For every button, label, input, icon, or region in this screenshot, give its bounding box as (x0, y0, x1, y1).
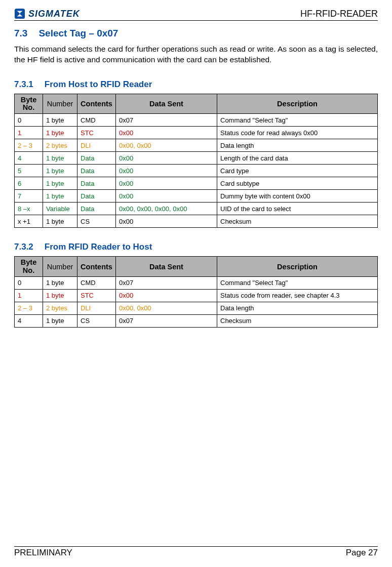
cell-description: UID of the card to select (217, 202, 378, 215)
cell-datasent: 0x00 (116, 165, 217, 177)
cell-datasent: 0x07 (116, 276, 217, 289)
cell-number: 1 byte (43, 114, 77, 127)
subsection-1-title: From Host to RFID Reader (45, 79, 152, 89)
cell-byteno: 6 (15, 177, 43, 190)
page: SIGMATEK HF-RFID-READER 7.3Select Tag – … (0, 0, 392, 567)
section-number: 7.3 (14, 28, 27, 38)
cell-byteno: 0 (15, 276, 43, 289)
cell-number: Variable (43, 202, 77, 215)
section-title: Select Tag – 0x07 (38, 28, 118, 38)
th-contents: Contents (77, 257, 116, 276)
cell-number: 1 byte (43, 276, 77, 289)
th-number: Number (43, 257, 77, 276)
cell-contents: Data (77, 190, 116, 202)
cell-datasent: 0x00, 0x00 (116, 302, 217, 314)
cell-byteno: 2 – 3 (15, 302, 43, 314)
cell-description: Data length (217, 302, 378, 314)
cell-number: 1 byte (43, 177, 77, 190)
cell-number: 1 byte (43, 190, 77, 202)
table-row: 2 – 32 bytesDLI0x00, 0x00Data length (15, 139, 378, 152)
th-datasent: Data Sent (116, 94, 217, 113)
cell-contents: Data (77, 165, 116, 177)
th-byteno: Byte No. (15, 257, 43, 276)
th-datasent: Data Sent (116, 257, 217, 276)
cell-description: Checksum (217, 314, 378, 327)
cell-description: Data length (217, 139, 378, 152)
table-reader-to-host: Byte No. Number Contents Data Sent Descr… (14, 256, 378, 327)
cell-contents: STC (77, 127, 116, 139)
table-row: 8 –xVariableData0x00, 0x00, 0x00, 0x00UI… (15, 202, 378, 215)
cell-contents: DLI (77, 302, 116, 314)
table-host-to-reader: Byte No. Number Contents Data Sent Descr… (14, 94, 378, 228)
th-description: Description (217, 94, 378, 113)
table-row: 51 byteData0x00Card type (15, 165, 378, 177)
cell-contents: CS (77, 215, 116, 228)
cell-contents: Data (77, 202, 116, 215)
section-heading: 7.3Select Tag – 0x07 (14, 28, 378, 39)
table-row: 2 – 32 bytesDLI0x00, 0x00Data length (15, 302, 378, 314)
cell-datasent: 0x00, 0x00, 0x00, 0x00 (116, 202, 217, 215)
table-row: 41 byteCS0x07Checksum (15, 314, 378, 327)
th-description: Description (217, 257, 378, 276)
cell-contents: Data (77, 177, 116, 190)
table-header-row: Byte No. Number Contents Data Sent Descr… (15, 94, 378, 113)
cell-byteno: 5 (15, 165, 43, 177)
cell-byteno: 7 (15, 190, 43, 202)
cell-description: Status code for read always 0x00 (217, 127, 378, 139)
cell-datasent: 0x00 (116, 127, 217, 139)
cell-number: 1 byte (43, 215, 77, 228)
footer-right: Page 27 (346, 548, 378, 558)
cell-contents: STC (77, 289, 116, 302)
cell-byteno: 0 (15, 114, 43, 127)
cell-number: 1 byte (43, 165, 77, 177)
cell-number: 1 byte (43, 289, 77, 302)
page-header: SIGMATEK HF-RFID-READER (14, 8, 378, 21)
brand-text: SIGMATEK (28, 9, 80, 19)
cell-description: Status code from reader, see chapter 4.3 (217, 289, 378, 302)
cell-number: 1 byte (43, 314, 77, 327)
cell-byteno: 4 (15, 314, 43, 327)
table-row: 41 byteData0x00Length of the card data (15, 152, 378, 165)
brand-logo: SIGMATEK (14, 8, 80, 19)
footer-left: PRELIMINARY (14, 548, 72, 558)
cell-datasent: 0x00 (116, 190, 217, 202)
cell-description: Checksum (217, 215, 378, 228)
cell-byteno: 1 (15, 127, 43, 139)
cell-datasent: 0x07 (116, 114, 217, 127)
th-number: Number (43, 94, 77, 113)
subsection-2-heading: 7.3.2From RFID Reader to Host (14, 242, 378, 252)
cell-description: Card subtype (217, 177, 378, 190)
subsection-2-title: From RFID Reader to Host (45, 242, 152, 252)
table-row: 11 byteSTC0x00Status code for read alway… (15, 127, 378, 139)
cell-datasent: 0x00 (116, 152, 217, 165)
cell-contents: CMD (77, 114, 116, 127)
page-footer: PRELIMINARY Page 27 (14, 546, 378, 567)
th-contents: Contents (77, 94, 116, 113)
cell-datasent: 0x00, 0x00 (116, 139, 217, 152)
subsection-1-heading: 7.3.1From Host to RFID Reader (14, 79, 378, 90)
cell-byteno: 8 –x (15, 202, 43, 215)
th-byteno: Byte No. (15, 94, 43, 113)
cell-number: 2 bytes (43, 302, 77, 314)
cell-datasent: 0x00 (116, 289, 217, 302)
cell-byteno: 4 (15, 152, 43, 165)
cell-datasent: 0x00 (116, 215, 217, 228)
table-row: 01 byteCMD0x07Command "Select Tag" (15, 114, 378, 127)
table-row: 61 byteData0x00Card subtype (15, 177, 378, 190)
cell-contents: Data (77, 152, 116, 165)
cell-byteno: x +1 (15, 215, 43, 228)
cell-number: 1 byte (43, 152, 77, 165)
sigma-icon (14, 8, 25, 19)
table-row: x +11 byteCS0x00Checksum (15, 215, 378, 228)
subsection-1-number: 7.3.1 (14, 79, 33, 89)
cell-description: Command "Select Tag" (217, 114, 378, 127)
subsection-2-number: 7.3.2 (14, 242, 33, 252)
cell-description: Length of the card data (217, 152, 378, 165)
cell-datasent: 0x07 (116, 314, 217, 327)
cell-contents: DLI (77, 139, 116, 152)
table-row: 11 byteSTC0x00Status code from reader, s… (15, 289, 378, 302)
cell-description: Card type (217, 165, 378, 177)
table-row: 71 byteData0x00Dummy byte with content 0… (15, 190, 378, 202)
table-header-row: Byte No. Number Contents Data Sent Descr… (15, 257, 378, 276)
cell-contents: CS (77, 314, 116, 327)
